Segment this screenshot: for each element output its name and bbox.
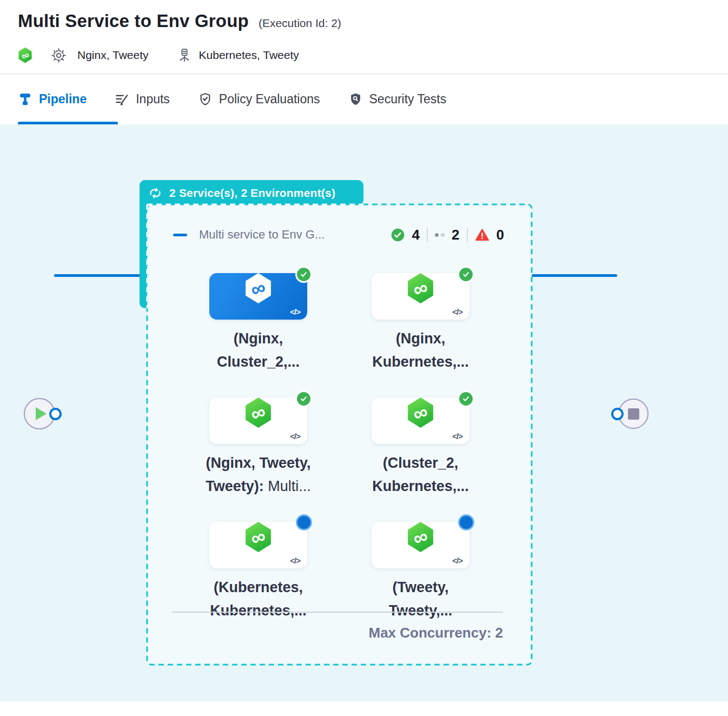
code-glyph-icon: </> xyxy=(452,432,462,441)
stage-node-label: (Kubernetes, Kubernetes,... xyxy=(188,576,329,622)
environments-icon xyxy=(177,48,192,63)
page-title: Multi Service to Env Group xyxy=(18,11,249,31)
loop-icon xyxy=(148,186,163,200)
harness-stage-icon: ∞ xyxy=(244,522,273,552)
code-glyph-icon: </> xyxy=(452,556,462,565)
stage-group-badge: 2 Service(s), 2 Environment(s) xyxy=(140,180,363,205)
execution-tabbar: Pipeline Inputs Policy Evaluations Secur… xyxy=(0,74,728,124)
stage-node-label: (Nginx, Tweety, Tweety): Multi... xyxy=(188,452,329,498)
success-count-icon xyxy=(391,228,405,242)
stage-group-badge-label: 2 Service(s), 2 Environment(s) xyxy=(169,187,335,200)
security-shield-icon xyxy=(348,92,363,107)
stage-node-card[interactable]: ∞ </> xyxy=(372,522,469,568)
success-count: 4 xyxy=(412,227,420,243)
stage-node-card[interactable]: ∞ </> xyxy=(209,522,307,568)
stage-header: Multi service to Env G... 4 2 0 xyxy=(173,225,504,244)
end-connector-dot xyxy=(611,408,624,420)
failed-count-icon xyxy=(475,228,489,242)
code-glyph-icon: </> xyxy=(290,556,300,565)
tab-security-tests[interactable]: Security Tests xyxy=(348,92,447,107)
success-badge-icon xyxy=(295,266,312,283)
harness-stage-icon: ∞ xyxy=(244,273,273,303)
title-row: Multi Service to Env Group (Execution Id… xyxy=(18,11,709,31)
inputs-icon xyxy=(115,92,129,107)
connector-line-left xyxy=(54,274,142,277)
failed-count: 0 xyxy=(497,227,504,243)
execution-id: (Execution Id: 2) xyxy=(259,17,341,30)
max-concurrency-label: Max Concurrency: 2 xyxy=(147,625,503,641)
tab-policy-evaluations[interactable]: Policy Evaluations xyxy=(198,92,320,107)
play-icon xyxy=(36,407,47,420)
running-count: 2 xyxy=(452,227,459,243)
execution-header: Multi Service to Env Group (Execution Id… xyxy=(0,0,728,64)
running-count-icon xyxy=(435,233,445,237)
meta-row: ∞ Nginx, Tweety Kubernetes, Tweety xyxy=(18,46,709,64)
stage-node-label: (Nginx, Kubernetes,... xyxy=(350,327,491,374)
start-connector-dot xyxy=(49,408,62,420)
tab-label: Policy Evaluations xyxy=(219,92,320,107)
tab-inputs[interactable]: Inputs xyxy=(115,92,170,107)
tab-pipeline[interactable]: Pipeline xyxy=(18,92,87,107)
stop-icon xyxy=(628,408,639,420)
running-badge-icon xyxy=(458,514,474,531)
count-divider xyxy=(467,228,468,242)
stage-node-card[interactable]: ∞ </> xyxy=(209,273,307,320)
pipeline-canvas: 2 Service(s), 2 Environment(s) Multi ser… xyxy=(0,124,728,701)
code-glyph-icon: </> xyxy=(290,432,300,441)
tab-label: Security Tests xyxy=(369,92,447,107)
harness-stage-icon: ∞ xyxy=(407,522,435,552)
success-badge-icon xyxy=(458,390,474,407)
stage-node-label: (Tweety, Tweety,... xyxy=(350,576,491,622)
environments-label: Kubernetes, Tweety xyxy=(199,49,299,62)
status-counts: 4 2 0 xyxy=(391,227,504,243)
stage-node: ∞ </> (Kubernetes, Kubernetes,... xyxy=(209,514,307,622)
tab-label: Inputs xyxy=(136,92,170,107)
success-badge-icon xyxy=(295,390,312,407)
code-glyph-icon: </> xyxy=(290,307,300,316)
success-badge-icon xyxy=(458,266,474,283)
stage-node-card[interactable]: ∞ </> xyxy=(372,273,469,320)
pipeline-icon xyxy=(18,92,32,107)
stage-grid-divider xyxy=(172,612,503,613)
stage-node: ∞ </> (Cluster_2, Kubernetes,... xyxy=(372,389,469,498)
harness-stage-icon: ∞ xyxy=(407,397,435,428)
connector-line-right xyxy=(532,274,617,277)
collapse-stage-button[interactable] xyxy=(173,234,187,236)
harness-logo-icon: ∞ xyxy=(18,48,32,63)
stage-node: ∞ </> (Nginx, Cluster_2,... xyxy=(209,265,307,374)
stage-node: ∞ </> (Tweety, Tweety,... xyxy=(372,514,469,622)
stage-node-label: (Nginx, Cluster_2,... xyxy=(188,327,329,374)
running-badge-icon xyxy=(296,514,312,531)
code-glyph-icon: </> xyxy=(452,307,462,316)
stage-node-label: (Cluster_2, Kubernetes,... xyxy=(350,452,491,498)
harness-stage-icon: ∞ xyxy=(407,273,435,303)
stage-name[interactable]: Multi service to Env G... xyxy=(199,228,325,242)
services-label: Nginx, Tweety xyxy=(77,49,149,62)
stage-node: ∞ </> (Nginx, Tweety, Tweety): Multi... xyxy=(209,389,307,498)
gear-icon xyxy=(51,48,67,63)
harness-stage-icon: ∞ xyxy=(244,397,273,428)
count-divider xyxy=(427,228,428,242)
policy-shield-check-icon xyxy=(198,92,213,107)
tab-label: Pipeline xyxy=(39,92,87,107)
stage-node-card[interactable]: ∞ </> xyxy=(372,397,469,444)
stage-node-card[interactable]: ∞ </> xyxy=(209,397,307,444)
stage-node: ∞ </> (Nginx, Kubernetes,... xyxy=(372,265,469,374)
